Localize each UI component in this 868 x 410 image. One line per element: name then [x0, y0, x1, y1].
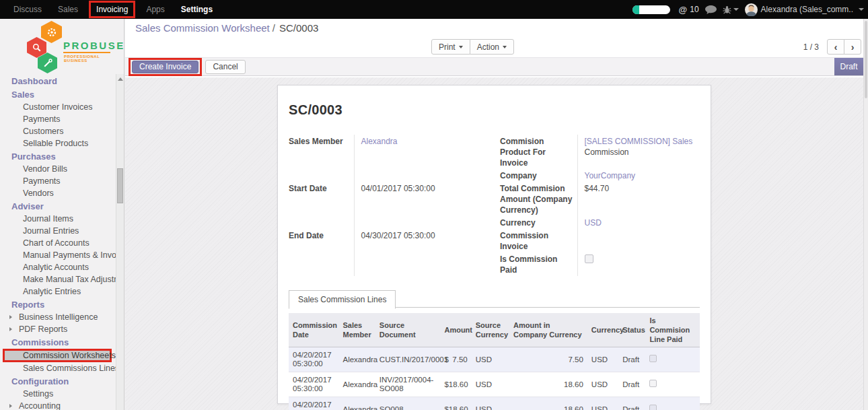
cell-amount: 18.60 [449, 405, 468, 410]
sidebar-item-payments-purchases[interactable]: Payments [0, 175, 116, 187]
brand-rule [63, 52, 110, 53]
table-row[interactable]: 04/20/2017 05:30:00 Alexandra INV/2017/0… [289, 372, 700, 397]
sidebar-item-label: Business Intelligence [19, 312, 98, 322]
sidebar-section-purchases[interactable]: Purchases [0, 149, 116, 163]
print-button[interactable]: Print [431, 39, 470, 55]
action-button[interactable]: Action [470, 39, 514, 55]
sidebar-item-customers[interactable]: Customers [0, 125, 116, 137]
avatar [745, 3, 758, 16]
sidebar-item-payments-sales[interactable]: Payments [0, 113, 116, 125]
col-source-currency[interactable]: Source Currency [472, 313, 509, 347]
col-currency[interactable]: Currency [587, 313, 618, 347]
cell-source: CUST.IN/2017/0001 [375, 347, 441, 372]
caret-down-icon [459, 46, 463, 48]
sidebar-item-manual-payments[interactable]: Manual Payments & Invoice... [0, 249, 116, 261]
create-invoice-button[interactable]: Create Invoice [132, 61, 198, 73]
sidebar-section-sales[interactable]: Sales [0, 88, 116, 101]
cell-amount-company: 7.50 [509, 347, 587, 372]
pager-previous-button[interactable]: ‹ [827, 39, 844, 55]
menu-invoicing[interactable]: Invoicing [89, 1, 135, 18]
pager-next-button[interactable]: › [844, 39, 861, 55]
at-mention-icon[interactable]: @ [679, 5, 688, 15]
col-is-commission-line-paid[interactable]: Is Commision Line Paid [645, 313, 700, 347]
menu-settings[interactable]: Settings [173, 5, 221, 14]
debug-menu[interactable] [723, 5, 739, 14]
statusbar: Create Invoice Cancel Draft [125, 57, 868, 76]
line-paid-checkbox[interactable] [649, 355, 657, 362]
page-scrollbar-thumb[interactable] [865, 21, 867, 98]
line-paid-checkbox[interactable] [649, 380, 657, 387]
field-value-sales-member[interactable]: Alexandra [361, 137, 398, 146]
sidebar-item-analytic-accounts[interactable]: Analytic Accounts [0, 261, 116, 273]
cell-source-currency: USD [472, 397, 509, 410]
table-row[interactable]: 04/20/2017 10:35:53 Alexandra SO008 $18.… [289, 397, 700, 410]
sidebar-item-commission-worksheets[interactable]: Commission Worksheets [3, 349, 112, 362]
sidebar-section-adviser[interactable]: Adviser [0, 199, 116, 213]
cell-currency: USD [587, 347, 618, 372]
sidebar-item-tax-adjustments[interactable]: Make Manual Tax Adjustme... [0, 273, 116, 285]
activity-count[interactable]: 10 [690, 5, 698, 14]
sidebar-scrollbar-thumb[interactable] [117, 168, 123, 203]
tab-sales-commission-lines[interactable]: Sales Commission Lines [289, 290, 396, 309]
field-value-end-date: 04/30/2017 05:30:00 [354, 229, 480, 276]
sidebar-item-vendor-bills[interactable]: Vendor Bills [0, 163, 116, 175]
sidebar-item-accounting[interactable]: Accounting [0, 400, 116, 410]
chat-bubble-icon[interactable] [705, 5, 717, 14]
field-value-commission-product-link[interactable]: [SALES COMMISSION] Sales [585, 137, 693, 146]
page-scrollbar[interactable] [863, 19, 868, 410]
pager-count: 1 / 3 [803, 42, 819, 52]
sidebar-scrollbar[interactable] [116, 74, 124, 410]
bug-icon [723, 5, 731, 14]
app-logo[interactable]: PROBUSE PROFESSIONAL BUSINESS [0, 19, 124, 74]
field-label-end-date: End Date [289, 229, 354, 276]
sidebar-item-customer-invoices[interactable]: Customer Invoices [0, 101, 116, 113]
col-source-document[interactable]: Source Document [375, 313, 441, 347]
sidebar-item-dashboard[interactable]: Dashboard [0, 74, 116, 88]
col-commission-date[interactable]: Commission Date [289, 313, 338, 347]
sidebar-item-journal-entries[interactable]: Journal Entries [0, 225, 116, 237]
col-amount-company-currency[interactable]: Amount in Company Currency [509, 313, 587, 347]
main-panel: Sales Commission Worksheet / SC/0003 Pri… [125, 19, 868, 410]
cancel-button[interactable]: Cancel [205, 60, 245, 74]
field-label-company: Company [500, 169, 577, 182]
currency-symbol: $ [444, 355, 448, 364]
sidebar-item-sales-commissions-lines[interactable]: Sales Commissions Lines [0, 362, 116, 374]
sidebar-nav: Dashboard Sales Customer Invoices Paymen… [0, 74, 116, 410]
menu-discuss[interactable]: Discuss [5, 5, 50, 14]
status-badge-draft[interactable]: Draft [834, 58, 863, 75]
field-value-company[interactable]: YourCompany [585, 171, 636, 180]
menu-sales[interactable]: Sales [50, 5, 86, 14]
form-view-background: SC/0003 Sales Member Alexandra Start Dat… [125, 77, 863, 410]
cell-amount: 7.50 [452, 355, 467, 364]
sidebar-item-settings[interactable]: Settings [0, 388, 116, 400]
breadcrumb-parent-link[interactable]: Sales Commission Worksheet [135, 22, 270, 34]
col-status[interactable]: Status [618, 313, 645, 347]
notebook-tabs: Sales Commission Lines [289, 289, 700, 308]
table-row[interactable]: 04/20/2017 05:30:00 Alexandra CUST.IN/20… [289, 347, 700, 372]
is-commission-paid-checkbox[interactable] [585, 254, 593, 263]
col-amount[interactable]: Amount [440, 313, 471, 347]
caret-down-icon [733, 8, 739, 11]
sidebar-item-analytic-entries[interactable]: Analytic Entries [0, 285, 116, 298]
sidebar-section-commissions[interactable]: Commissions [0, 335, 116, 349]
sidebar-item-chart-of-accounts[interactable]: Chart of Accounts [0, 237, 116, 249]
col-sales-member[interactable]: Sales Member [338, 313, 375, 347]
sidebar-item-pdf-reports[interactable]: PDF Reports [0, 323, 116, 335]
field-value-start-date: 04/01/2017 05:30:00 [354, 182, 480, 229]
scroll-up-arrow-icon[interactable] [118, 77, 123, 81]
field-value-currency[interactable]: USD [585, 218, 602, 228]
sidebar-section-reports[interactable]: Reports [0, 298, 116, 311]
cell-amount-company: 18.60 [509, 372, 587, 397]
user-menu[interactable]: Alexandra (Sales_comm.. [745, 3, 864, 16]
sidebar-item-sellable-products[interactable]: Sellable Products [0, 137, 116, 149]
timer-pill-icon [632, 5, 670, 14]
sidebar-section-configuration[interactable]: Configuration [0, 374, 116, 388]
line-paid-checkbox[interactable] [649, 405, 657, 410]
field-label-commission-product: Commision Product For Invoice [500, 135, 577, 169]
user-name: Alexandra (Sales_comm.. [761, 5, 853, 14]
sidebar-item-journal-items[interactable]: Journal Items [0, 213, 116, 225]
sidebar-item-vendors[interactable]: Vendors [0, 187, 116, 199]
menu-apps[interactable]: Apps [138, 5, 172, 14]
record-title: SC/0003 [289, 102, 700, 118]
sidebar-item-business-intelligence[interactable]: Business Intelligence [0, 311, 116, 323]
